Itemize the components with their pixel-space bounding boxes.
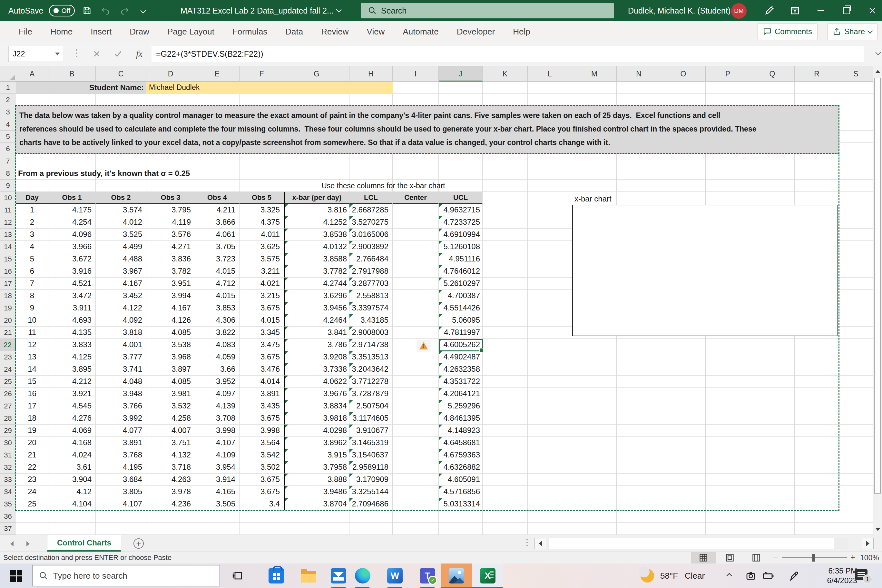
row-header-16[interactable]: 16 <box>0 265 16 278</box>
row-header-32[interactable]: 32 <box>0 461 16 474</box>
cell-G3[interactable] <box>284 106 350 118</box>
cell-S31[interactable] <box>839 449 873 461</box>
cell-O26[interactable] <box>661 388 706 400</box>
cell-H24[interactable]: 3.2043642 <box>350 363 393 375</box>
ribbon-tab-help[interactable]: Help <box>504 27 539 37</box>
cell-P26[interactable] <box>706 388 750 400</box>
cell-H14[interactable]: 2.9003892 <box>350 241 393 253</box>
cell-K10[interactable] <box>483 192 528 204</box>
cell-B11[interactable]: 4.175 <box>48 204 96 216</box>
cell-K21[interactable] <box>483 327 528 339</box>
cell-S4[interactable] <box>839 118 873 130</box>
cell-C31[interactable]: 3.768 <box>96 449 146 461</box>
cell-B23[interactable]: 4.125 <box>48 351 96 363</box>
cell-B15[interactable]: 3.672 <box>48 253 96 265</box>
cell-H16[interactable]: 2.7917988 <box>350 265 393 278</box>
cell-I11[interactable] <box>393 204 439 216</box>
cell-L24[interactable] <box>528 363 572 375</box>
cell-P8[interactable] <box>706 167 750 180</box>
cell-G26[interactable]: 3.9676 <box>284 388 350 400</box>
cell-N25[interactable] <box>617 375 661 388</box>
cell-S2[interactable] <box>839 94 873 106</box>
cell-J20[interactable]: 5.06095 <box>439 314 483 327</box>
cell-G25[interactable]: 4.0622 <box>284 375 350 388</box>
cell-D33[interactable]: 4.263 <box>146 474 195 486</box>
cell-P17[interactable] <box>706 278 750 290</box>
cell-N18[interactable] <box>617 290 661 302</box>
cell-A22[interactable]: 12 <box>16 339 48 351</box>
cell-O4[interactable] <box>661 118 706 130</box>
cell-B10[interactable]: Obs 1 <box>48 192 96 204</box>
cell-S24[interactable] <box>839 363 873 375</box>
cell-F26[interactable]: 3.891 <box>240 388 284 400</box>
cell-L35[interactable] <box>528 498 572 510</box>
taskbar-search-box[interactable]: Type here to search <box>32 565 220 586</box>
cell-K20[interactable] <box>483 314 528 327</box>
cell-C10[interactable]: Obs 2 <box>96 192 146 204</box>
cell-D36[interactable] <box>146 510 195 522</box>
cell-N13[interactable] <box>617 228 661 241</box>
cell-J27[interactable]: 5.259296 <box>439 400 483 412</box>
cell-D23[interactable]: 3.968 <box>146 351 195 363</box>
cell-G2[interactable] <box>284 94 350 106</box>
cell-C33[interactable]: 3.684 <box>96 474 146 486</box>
cell-I3[interactable] <box>393 106 439 118</box>
cell-L2[interactable] <box>528 94 572 106</box>
file-explorer-icon[interactable] <box>297 564 320 588</box>
cell-G21[interactable]: 3.841 <box>284 327 350 339</box>
cell-S22[interactable] <box>839 339 873 351</box>
cell-O29[interactable] <box>661 424 706 437</box>
cell-S21[interactable] <box>839 327 873 339</box>
cell-P1[interactable] <box>706 81 750 94</box>
cell-D21[interactable]: 4.085 <box>146 327 195 339</box>
cell-H11[interactable]: 2.6687285 <box>350 204 393 216</box>
cell-A25[interactable]: 15 <box>16 375 48 388</box>
cell-D5[interactable] <box>146 130 195 143</box>
cell-C37[interactable] <box>96 522 146 535</box>
cell-O33[interactable] <box>661 474 706 486</box>
cell-G1[interactable] <box>284 81 350 94</box>
cell-O37[interactable] <box>661 522 706 535</box>
cell-M7[interactable] <box>572 155 617 167</box>
cell-A21[interactable]: 11 <box>16 327 48 339</box>
cell-F8[interactable] <box>240 167 284 180</box>
horizontal-scrollbar[interactable] <box>548 538 848 549</box>
cell-S35[interactable] <box>839 498 873 510</box>
row-header-21[interactable]: 21 <box>0 327 16 339</box>
autosave-toggle[interactable]: Off <box>49 5 75 16</box>
enter-icon[interactable] <box>109 46 127 62</box>
cell-A20[interactable]: 10 <box>16 314 48 327</box>
cell-E29[interactable]: 3.998 <box>195 424 240 437</box>
cell-K30[interactable] <box>483 437 528 449</box>
cell-M5[interactable] <box>572 130 617 143</box>
cell-J11[interactable]: 4.9632715 <box>439 204 483 216</box>
account-name[interactable]: Dudlek, Michael K. (Student) <box>628 0 730 21</box>
cell-D29[interactable]: 4.007 <box>146 424 195 437</box>
row-header-3[interactable]: 3 <box>0 106 16 118</box>
excel-app-button[interactable]: X <box>472 564 503 588</box>
row-header-30[interactable]: 30 <box>0 437 16 449</box>
cell-H36[interactable] <box>350 510 393 522</box>
cell-H29[interactable]: 3.910677 <box>350 424 393 437</box>
cell-C3[interactable] <box>96 106 146 118</box>
cell-S11[interactable] <box>839 204 873 216</box>
cell-C18[interactable]: 3.452 <box>96 290 146 302</box>
cell-A31[interactable]: 21 <box>16 449 48 461</box>
cell-M8[interactable] <box>572 167 617 180</box>
cell-A14[interactable]: 4 <box>16 241 48 253</box>
cell-H10[interactable]: LCL <box>350 192 393 204</box>
cell-A11[interactable]: 1 <box>16 204 48 216</box>
cell-H23[interactable]: 3.3513513 <box>350 351 393 363</box>
row-header-36[interactable]: 36 <box>0 510 16 522</box>
cell-O10[interactable] <box>661 192 706 204</box>
cell-C17[interactable]: 4.167 <box>96 278 146 290</box>
cell-F34[interactable]: 3.675 <box>240 486 284 498</box>
cell-J33[interactable]: 4.605091 <box>439 474 483 486</box>
cell-K7[interactable] <box>483 155 528 167</box>
cell-I13[interactable] <box>393 228 439 241</box>
cell-J25[interactable]: 4.3531722 <box>439 375 483 388</box>
cell-R3[interactable] <box>795 106 839 118</box>
cell-Q7[interactable] <box>750 155 795 167</box>
cell-N23[interactable] <box>617 351 661 363</box>
cell-B12[interactable]: 4.254 <box>48 216 96 228</box>
